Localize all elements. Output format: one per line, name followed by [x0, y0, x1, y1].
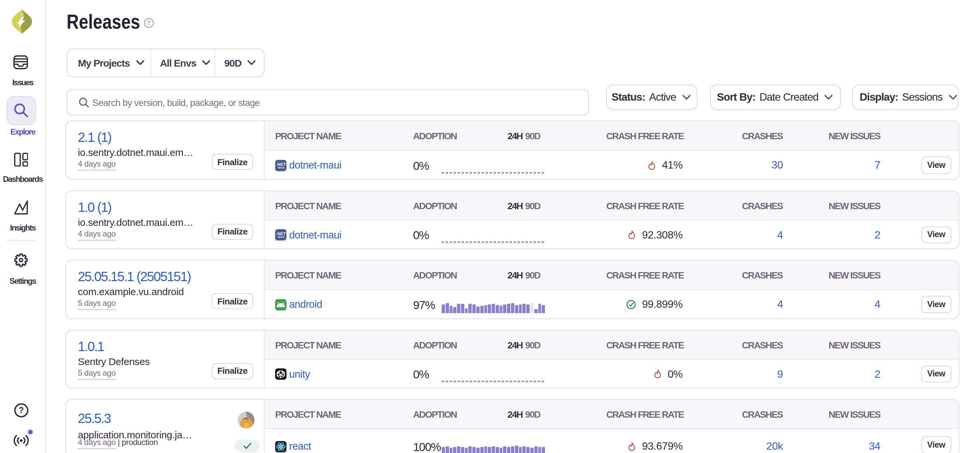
svg-text:?: ? [18, 405, 23, 414]
svg-text:MAUI: MAUI [277, 236, 284, 239]
svg-text:?: ? [147, 20, 151, 27]
svg-text:MAUI: MAUI [277, 166, 284, 169]
